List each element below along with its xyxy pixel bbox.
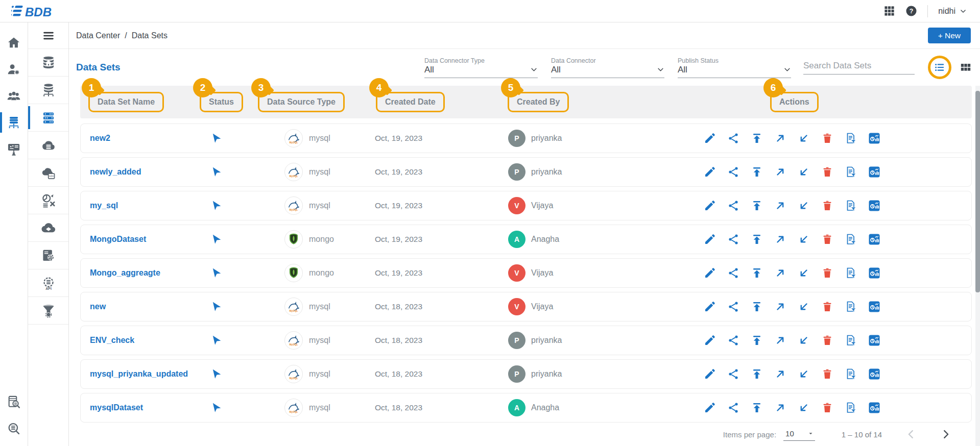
delete-action-button[interactable] [821,233,833,245]
analyse-action-button[interactable] [868,267,880,279]
share-action-button[interactable] [727,200,739,212]
list-view-toggle[interactable] [928,56,951,79]
sidebar-item-database-network[interactable] [0,109,28,136]
edit-action-button[interactable] [704,132,716,144]
delete-action-button[interactable] [821,166,833,178]
publish-action-button[interactable] [751,334,763,346]
breadcrumb-data-sets[interactable]: Data Sets [132,31,168,40]
open-link-action-button[interactable] [774,334,786,346]
publish-action-button[interactable] [751,267,763,279]
delete-action-button[interactable] [821,301,833,313]
dataset-name-link[interactable]: Mongo_aggreagte [90,268,160,277]
edit-action-button[interactable] [704,402,716,414]
rail-item-db-home[interactable] [28,49,68,77]
pull-data-action-button[interactable] [798,334,810,346]
publish-action-button[interactable] [751,166,763,178]
edit-action-button[interactable] [704,200,716,212]
open-link-action-button[interactable] [774,132,786,144]
share-action-button[interactable] [727,334,739,346]
user-menu[interactable]: nidhi [938,7,967,16]
breadcrumb-data-center[interactable]: Data Center [76,31,120,40]
edit-action-button[interactable] [704,267,716,279]
items-per-page-select[interactable]: 10 [783,428,815,441]
sidebar-item-catalog-search[interactable] [0,389,28,415]
rail-item-db-link[interactable] [28,77,68,104]
data-prep-action-button[interactable] [845,301,857,313]
rail-item-api[interactable] [28,269,68,297]
previous-page-button[interactable] [905,429,917,440]
open-link-action-button[interactable] [774,301,786,313]
sidebar-item-home[interactable] [0,30,28,56]
search-input[interactable] [803,61,916,71]
delete-action-button[interactable] [821,368,833,380]
sidebar-item-kiosk[interactable] [0,136,28,162]
pull-data-action-button[interactable] [798,301,810,313]
data-prep-action-button[interactable] [845,334,857,346]
dataset-name-link[interactable]: mysql_priyanka_updated [90,369,188,378]
new-button[interactable]: + New [928,28,971,43]
rail-item-cloud[interactable] [28,214,68,242]
dataset-name-link[interactable]: ENV_check [90,336,134,344]
analyse-action-button[interactable] [868,132,880,144]
analyse-action-button[interactable] [868,233,880,245]
dataset-name-link[interactable]: new2 [90,134,110,142]
dataset-name-link[interactable]: mysqlDataset [90,403,143,412]
rail-item-cloud-db[interactable] [28,132,68,159]
sidebar-item-user-gear[interactable] [0,56,28,83]
rail-item-servers[interactable] [28,104,68,132]
delete-action-button[interactable] [821,402,833,414]
next-page-button[interactable] [940,429,951,440]
pull-data-action-button[interactable] [798,200,810,212]
open-link-action-button[interactable] [774,267,786,279]
analyse-action-button[interactable] [868,368,880,380]
rail-item-data-prep[interactable] [28,187,68,214]
vertical-scrollbar[interactable] [975,86,980,446]
data-prep-action-button[interactable] [845,267,857,279]
rail-item-cloud-code[interactable] [28,159,68,187]
share-action-button[interactable] [727,301,739,313]
pull-data-action-button[interactable] [798,233,810,245]
edit-action-button[interactable] [704,233,716,245]
data-prep-action-button[interactable] [845,233,857,245]
filter-data-connector[interactable]: Data Connector All [551,57,664,78]
edit-action-button[interactable] [704,368,716,380]
edit-action-button[interactable] [704,166,716,178]
apps-grid-icon[interactable] [883,5,895,17]
data-prep-action-button[interactable] [845,402,857,414]
filter-data-connector-type[interactable]: Data Connector Type All [424,57,538,78]
pull-data-action-button[interactable] [798,267,810,279]
delete-action-button[interactable] [821,200,833,212]
open-link-action-button[interactable] [774,200,786,212]
delete-action-button[interactable] [821,334,833,346]
help-icon[interactable] [905,5,917,17]
publish-action-button[interactable] [751,402,763,414]
pull-data-action-button[interactable] [798,132,810,144]
share-action-button[interactable] [727,368,739,380]
analyse-action-button[interactable] [868,301,880,313]
share-action-button[interactable] [727,132,739,144]
publish-action-button[interactable] [751,132,763,144]
delete-action-button[interactable] [821,132,833,144]
pull-data-action-button[interactable] [798,402,810,414]
pull-data-action-button[interactable] [798,166,810,178]
edit-action-button[interactable] [704,334,716,346]
publish-action-button[interactable] [751,233,763,245]
menu-toggle-button[interactable] [28,22,68,49]
rail-item-book-gear[interactable] [28,242,68,269]
rail-item-funnel-gear[interactable] [28,297,68,325]
grid-view-toggle[interactable] [960,61,972,73]
publish-action-button[interactable] [751,368,763,380]
delete-action-button[interactable] [821,267,833,279]
share-action-button[interactable] [727,233,739,245]
dataset-name-link[interactable]: new [90,302,106,311]
share-action-button[interactable] [727,166,739,178]
share-action-button[interactable] [727,402,739,414]
data-prep-action-button[interactable] [845,132,857,144]
open-link-action-button[interactable] [774,402,786,414]
sidebar-item-users[interactable] [0,83,28,109]
edit-action-button[interactable] [704,301,716,313]
data-prep-action-button[interactable] [845,368,857,380]
sidebar-item-search-database[interactable] [0,415,28,442]
data-prep-action-button[interactable] [845,166,857,178]
analyse-action-button[interactable] [868,166,880,178]
